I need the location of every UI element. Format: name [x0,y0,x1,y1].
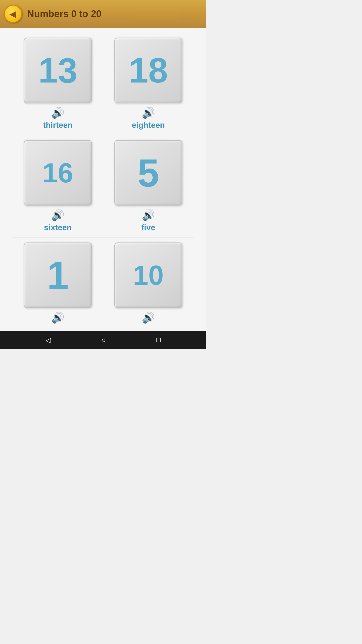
sound-icon-eighteen[interactable]: 🔊 [142,107,155,119]
word-label-eighteen: eighteen [132,120,165,130]
number-row-3: 1 🔊 10 🔊 [13,237,194,326]
word-label-sixteen: sixteen [44,223,72,232]
sound-icon-five[interactable]: 🔊 [142,209,155,221]
back-arrow-icon: ◀ [9,10,16,18]
word-label-five: five [141,223,155,232]
android-nav-bar: ◁ ○ □ [0,331,206,349]
sound-icon-sixteen[interactable]: 🔊 [51,209,64,221]
number-display-five: 5 [138,153,159,192]
number-box-thirteen: 13 [24,38,92,103]
sound-icon-ten[interactable]: 🔊 [142,311,155,324]
main-content: 13 🔊 thirteen 18 🔊 eighteen 16 🔊 sixteen… [0,28,206,331]
number-card-eighteen[interactable]: 18 🔊 eighteen [111,38,186,130]
number-box-five: 5 [114,140,182,206]
number-box-eighteen: 18 [114,38,182,103]
number-box-sixteen: 16 [24,140,92,206]
number-display-one: 1 [47,256,69,295]
page-title: Numbers 0 to 20 [27,9,102,19]
header: ◀ Numbers 0 to 20 [0,0,206,28]
number-display-eighteen: 18 [129,53,168,88]
number-card-sixteen[interactable]: 16 🔊 sixteen [20,140,96,232]
number-card-one[interactable]: 1 🔊 [20,243,96,324]
number-display-thirteen: 13 [38,53,77,88]
number-row-2: 16 🔊 sixteen 5 🔊 five [13,135,194,237]
android-back-button[interactable]: ◁ [46,336,51,344]
android-recents-button[interactable]: □ [156,336,161,344]
back-button[interactable]: ◀ [4,5,22,23]
number-row-1: 13 🔊 thirteen 18 🔊 eighteen [13,33,194,135]
sound-icon-thirteen[interactable]: 🔊 [51,107,64,119]
sound-icon-one[interactable]: 🔊 [51,311,64,324]
number-card-ten[interactable]: 10 🔊 [111,243,186,324]
word-label-thirteen: thirteen [43,120,72,130]
number-card-five[interactable]: 5 🔊 five [111,140,186,232]
number-box-one: 1 [24,243,92,308]
number-card-thirteen[interactable]: 13 🔊 thirteen [20,38,96,130]
number-display-sixteen: 16 [42,159,73,187]
number-box-ten: 10 [114,243,182,308]
number-display-ten: 10 [133,261,164,289]
android-home-button[interactable]: ○ [102,336,106,344]
